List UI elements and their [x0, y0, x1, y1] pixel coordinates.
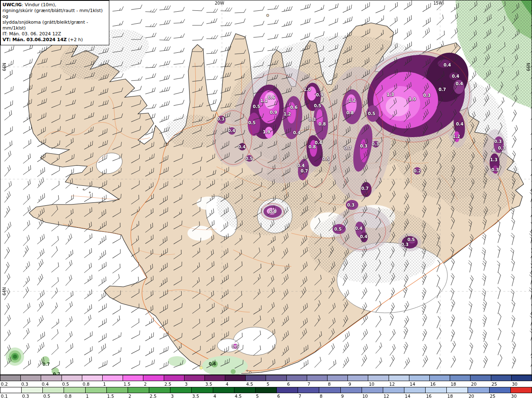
colorbar-tick-label: 7 [308, 382, 310, 387]
colorbar-cell: 2.5 [149, 387, 170, 393]
colorbar-tick-label: 20 [468, 394, 474, 399]
colorbar-tick-label: 0.1 [1, 394, 8, 399]
colorbar-tick-label: 12 [384, 394, 389, 399]
colorbar-cell: 4 [213, 387, 234, 393]
colorbar-tick-label: 5 [266, 382, 269, 387]
colorbar-cell: 20 [468, 387, 489, 393]
colorbar-cell: 2 [128, 387, 149, 393]
colorbar-tick-label: 10 [369, 382, 374, 387]
colorbar-tick-label: 0.2 [1, 382, 8, 387]
colorbar-cell: 3.5 [192, 387, 213, 393]
colorbar-tick-label: 30 [511, 394, 517, 399]
colorbar-tick-label: 4 [226, 382, 229, 387]
colorbar-cell: 30 [512, 375, 532, 381]
valid-time-offset: (+2 h) [67, 37, 83, 42]
sleet-snow-colorbar: 0.20.30.40.50.811.522.533.544.5567891012… [0, 375, 532, 387]
colorbar-tick-label: 1.5 [107, 394, 114, 399]
colorbar-cell: 9 [348, 375, 368, 381]
colorbar-cell: 6 [287, 375, 307, 381]
colorbar-tick-label: 20 [471, 382, 476, 387]
legend-rain-line: rigning/skúrir (grænt/blátt/rautt - mm/1… [2, 8, 106, 20]
valid-time-bold: VT: Mán. 03.06.2024 14Z [2, 37, 67, 42]
colorbar-tick-label: 3 [185, 382, 188, 387]
colorbar-tick-label: 1.5 [123, 382, 131, 387]
colorbar-tick-label: 18 [447, 394, 453, 399]
colorbar-cell: 6 [277, 387, 298, 393]
colorbar-cell: 2.5 [164, 375, 185, 381]
legend-variable: : Vindur (10m), [22, 2, 56, 7]
colorbar-cell: 1.5 [123, 375, 143, 381]
colorbar-tick-label: 8 [328, 382, 331, 387]
colorbar-tick-label: 0.5 [62, 382, 69, 387]
colorbar-cell: 1.5 [107, 387, 128, 393]
colorbar-tick-label: 1 [103, 382, 106, 387]
colorbar-tick-label: 0.3 [21, 382, 28, 387]
colorbar-tick-label: 14 [405, 394, 410, 399]
colorbar-tick-label: 18 [451, 382, 456, 387]
colorbar-cell: 4.5 [234, 387, 256, 393]
uwc-ig-forecast-map: 1.00.91.10.60.50.90.61.20.51.90.50.30.80… [0, 0, 532, 399]
colorbar-tick-label: 0.4 [42, 382, 49, 387]
colorbar-cell: 10 [362, 387, 383, 393]
colorbar-cell: 0.5 [43, 387, 64, 393]
colorbar-tick-label: 6 [277, 394, 280, 399]
colorbar-tick-label: 30 [512, 382, 517, 387]
forecast-legend: UWC/IG: Vindur (10m), rigning/skúrir (gr… [0, 0, 109, 45]
legend-init-time: IT: Mán. 03. 06. 2024 12Z [2, 31, 106, 37]
colorbar-cell: 12 [383, 387, 404, 393]
colorbar-cell: 5 [266, 375, 286, 381]
colorbar-cell: 8 [319, 387, 340, 393]
colorbar-cell: 0.3 [22, 387, 43, 393]
colorbar-tick-label: 0.8 [64, 394, 71, 399]
colorbar-cell: 1 [103, 375, 123, 381]
colorbar-tick-label: 25 [492, 382, 497, 387]
colorbar-tick-label: 25 [490, 394, 495, 399]
colorbar-tick-label: 14 [410, 382, 415, 387]
colorbar-cell: 1 [86, 387, 107, 393]
colorbar-cell: 7 [298, 387, 319, 393]
colorbar-tick-label: 0.8 [83, 382, 90, 387]
rain-colorbar: 0.10.30.50.811.522.533.544.5567891012141… [0, 387, 532, 399]
colorbar-cell: 18 [447, 387, 468, 393]
iceland-weather-map [0, 0, 532, 375]
colorbar-tick-label: 3.5 [205, 382, 212, 387]
colorbar-cell: 0.5 [62, 375, 82, 381]
colorbar-cell: 5 [256, 387, 277, 393]
colorbar-tick-label: 5 [256, 394, 259, 399]
colorbar-cell: 14 [409, 375, 430, 381]
colorbar-cell: 8 [328, 375, 348, 381]
colorbar-cell: 9 [341, 387, 362, 393]
colorbar-tick-label: 16 [426, 394, 431, 399]
map-frame: 1.00.91.10.60.50.90.61.20.51.90.50.30.80… [0, 0, 532, 375]
colorbar-tick-label: 0.5 [43, 394, 50, 399]
colorbar-cell: 0.2 [0, 375, 21, 381]
colorbar-cell: 16 [430, 375, 450, 381]
colorbar-cell: 16 [426, 387, 447, 393]
colorbar-tick-label: 6 [287, 382, 290, 387]
colorbar-cell: 4 [225, 375, 246, 381]
colorbar-tick-label: 2 [144, 382, 147, 387]
colorbar-cell: 0.3 [21, 375, 41, 381]
colorbar-tick-label: 0.3 [22, 394, 29, 399]
colorbar-cell: 3.5 [205, 375, 225, 381]
glacier [233, 327, 276, 355]
colorbar-cell: 7 [307, 375, 328, 381]
colorbar-tick-label: 7 [298, 394, 301, 399]
colorbar-cell: 3 [170, 387, 192, 393]
colorbar-legend: 0.20.30.40.50.811.522.533.544.5567891012… [0, 375, 532, 399]
colorbar-tick-label: 8 [320, 394, 323, 399]
colorbar-cell: 0.1 [0, 387, 22, 393]
colorbar-cell: 0.8 [82, 375, 103, 381]
colorbar-cell: 4.5 [246, 375, 266, 381]
colorbar-cell: 2 [143, 375, 164, 381]
colorbar-cell: 0.4 [41, 375, 62, 381]
colorbar-cell: 20 [470, 375, 491, 381]
colorbar-cell: 25 [491, 375, 512, 381]
colorbar-tick-label: 10 [362, 394, 368, 399]
colorbar-tick-label: 4.5 [246, 382, 253, 387]
colorbar-tick-label: 16 [430, 382, 436, 387]
colorbar-cell: 10 [368, 375, 389, 381]
colorbar-tick-label: 2 [128, 394, 131, 399]
colorbar-cell: 25 [490, 387, 511, 393]
model-name: UWC/IG [2, 2, 22, 7]
